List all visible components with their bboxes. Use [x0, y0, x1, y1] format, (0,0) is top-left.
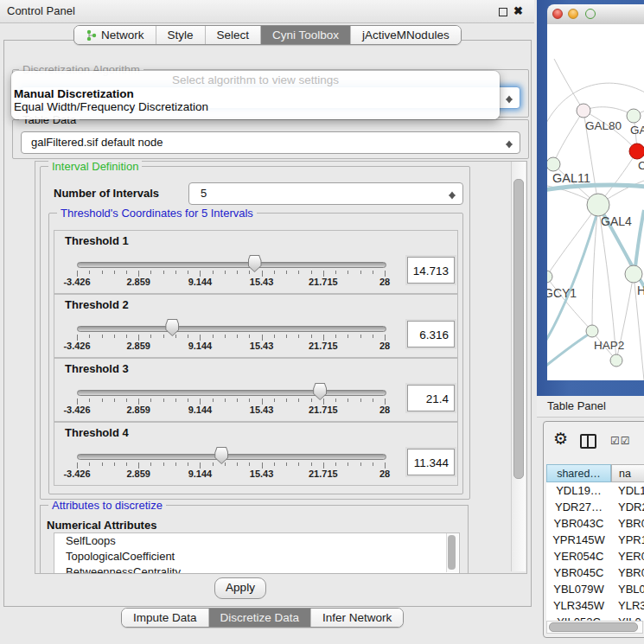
network-edge[interactable] — [553, 111, 583, 164]
minor-tick — [188, 399, 188, 402]
column-header-shared-name[interactable]: shared… — [546, 464, 611, 482]
tab-style[interactable]: Style — [156, 26, 205, 44]
threshold-label: Threshold 2 — [65, 298, 129, 311]
table-row[interactable]: YER054CYER0 — [546, 548, 644, 564]
table-row[interactable]: YBR045CYBR0 — [546, 564, 644, 581]
column-header-name[interactable]: na — [611, 464, 644, 482]
slider-handle[interactable] — [248, 255, 262, 272]
minor-tick — [114, 335, 115, 338]
network-canvas[interactable]: GAL80GALCGAL11GAL4GCY1HHAP2 — [547, 24, 644, 380]
minor-tick — [126, 399, 127, 402]
tab-network[interactable]: Network — [74, 26, 156, 44]
numerical-attributes-list[interactable]: SelfLoopsTopologicalCoefficientBetweenne… — [54, 532, 460, 573]
gear-icon[interactable]: ⚙ — [553, 430, 568, 449]
minor-tick — [311, 271, 312, 274]
select-columns-icon[interactable]: ☑☑ — [610, 435, 631, 447]
slider-track[interactable] — [77, 454, 386, 460]
number-of-intervals-spinner[interactable]: 5 — [188, 182, 463, 205]
slider-track[interactable] — [77, 262, 386, 268]
slider-handle[interactable] — [165, 319, 179, 336]
tab-discretize-data[interactable]: Discretize Data — [208, 609, 311, 627]
slider-track[interactable] — [77, 326, 386, 332]
minor-tick — [163, 335, 164, 338]
network-window-titlebar[interactable] — [547, 4, 644, 25]
close-traffic-light-icon[interactable] — [552, 9, 563, 19]
tab-select[interactable]: Select — [205, 26, 261, 44]
network-edge-highlighted[interactable] — [547, 332, 592, 368]
minor-tick — [188, 462, 188, 466]
minor-tick — [237, 462, 238, 466]
attribute-item-betweennesscentrality[interactable]: BetweennessCentrality — [54, 564, 459, 573]
table-row[interactable]: YPR145WYPR1 — [546, 532, 644, 548]
network-edge[interactable] — [547, 277, 592, 331]
spinner-arrows-icon — [449, 188, 456, 201]
network-edge-highlighted[interactable] — [547, 209, 598, 344]
cell-name: YDL1 — [618, 482, 644, 499]
tick-label: 21.715 — [297, 469, 349, 479]
attribute-item-selfloops[interactable]: SelfLoops — [54, 533, 459, 549]
minor-tick — [237, 271, 238, 274]
minor-tick — [298, 399, 299, 402]
network-node[interactable] — [587, 194, 609, 216]
network-node[interactable] — [577, 104, 590, 118]
threshold-value-field[interactable]: 6.316 — [407, 321, 455, 348]
tab-impute-data[interactable]: Impute Data — [122, 609, 208, 627]
minor-tick — [286, 399, 287, 402]
network-node[interactable] — [629, 143, 644, 159]
popup-item-equal-width-frequency-discretization[interactable]: Equal Width/Frequency Discretization — [14, 100, 208, 113]
column-layout-icon[interactable] — [580, 434, 596, 449]
slider-handle[interactable] — [313, 383, 327, 400]
major-tick — [138, 399, 139, 405]
table-row[interactable]: YDR27…YDR2 — [546, 499, 644, 515]
settings-scrollbar-thumb[interactable] — [513, 179, 524, 479]
network-node[interactable] — [610, 354, 622, 367]
network-node[interactable] — [625, 265, 642, 283]
tab-infer-network[interactable]: Infer Network — [310, 609, 403, 627]
tab-jactivemnodules[interactable]: jActiveMNodules — [350, 26, 461, 44]
minor-tick — [249, 399, 250, 402]
zoom-traffic-light-icon[interactable] — [585, 9, 596, 19]
table-data-combobox[interactable]: galFiltered.sif default node — [21, 131, 520, 154]
major-tick — [200, 271, 201, 277]
tab-cyni-toolbox[interactable]: Cyni Toolbox — [260, 26, 350, 44]
network-edge[interactable] — [554, 59, 583, 111]
network-node[interactable] — [627, 109, 641, 123]
network-node[interactable] — [547, 157, 560, 171]
threshold-value-field[interactable]: 11.344 — [407, 449, 455, 475]
network-node[interactable] — [586, 325, 598, 337]
slider-handle[interactable] — [214, 447, 228, 464]
attributes-scrollbar-thumb[interactable] — [448, 535, 456, 570]
minor-tick — [114, 462, 115, 466]
cell-name: YDR2 — [618, 499, 644, 515]
table-row[interactable]: YLR345WYLR3 — [546, 597, 644, 614]
threshold-value-field[interactable]: 14.713 — [407, 257, 455, 284]
major-tick — [262, 271, 263, 277]
table-row[interactable]: YBR043CYBR0 — [546, 515, 644, 532]
network-node[interactable] — [547, 271, 552, 283]
network-edge-highlighted[interactable] — [634, 210, 644, 274]
minor-tick — [126, 462, 127, 466]
minor-tick — [298, 271, 299, 274]
table-row[interactable]: YBL079WYBL0 — [546, 581, 644, 597]
tick-label: 2.859 — [112, 469, 164, 479]
network-edge[interactable] — [598, 205, 616, 360]
tick-label: 15.43 — [236, 341, 288, 351]
minimize-traffic-light-icon[interactable] — [568, 9, 578, 19]
network-edge[interactable] — [547, 205, 598, 277]
apply-button[interactable]: Apply — [214, 577, 266, 599]
number-of-intervals-label: Number of Intervals — [54, 187, 159, 200]
popup-item-manual-discretization[interactable]: Manual Discretization — [14, 87, 134, 100]
minor-tick — [163, 462, 164, 466]
minor-tick — [274, 399, 275, 402]
slider-track[interactable] — [77, 390, 386, 396]
table-row[interactable]: YIL052CYIL0 — [546, 614, 644, 621]
tick-label: 15.43 — [236, 469, 288, 479]
table-row[interactable]: YDL19…YDL1 — [546, 482, 644, 499]
minor-tick — [298, 462, 299, 466]
table-hscrollbar-thumb[interactable] — [549, 622, 638, 632]
attribute-item-topologicalcoefficient[interactable]: TopologicalCoefficient — [54, 549, 459, 564]
threshold-value-field[interactable]: 21.4 — [407, 385, 455, 411]
close-icon[interactable]: ✖ — [513, 3, 523, 19]
algorithm-popup: Select algorithm to view settings Manual… — [11, 71, 500, 119]
float-window-icon[interactable] — [499, 8, 507, 16]
